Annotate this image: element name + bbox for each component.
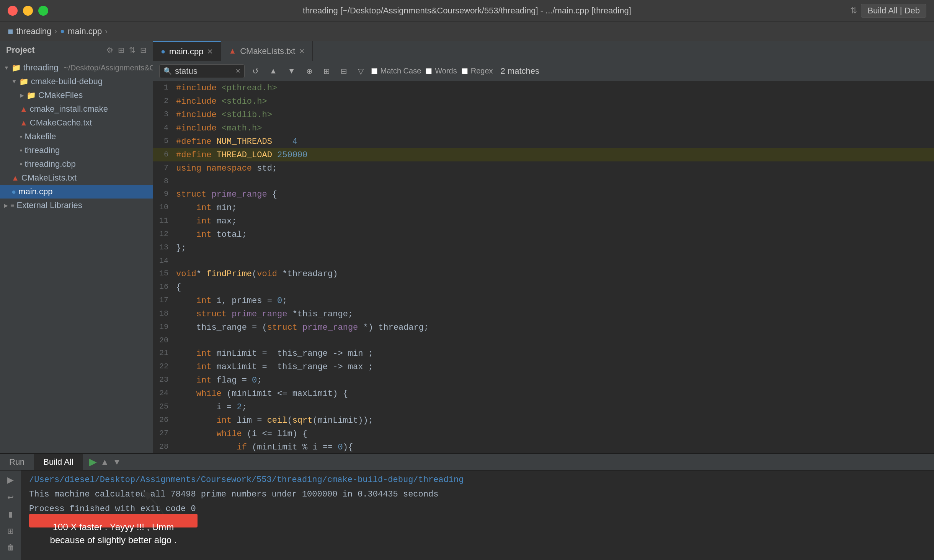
words-checkbox[interactable] (426, 68, 432, 74)
cpp-icon: ● (11, 187, 16, 196)
bottom-line1: This machine calculated all 78498 prime … (29, 488, 928, 501)
tab-close-main-cpp[interactable]: ✕ (207, 47, 213, 56)
bottom-content: ▶ ↩ ▮ ⊞ 🗑 /Users/diesel/Desktop/Assignme… (0, 470, 934, 560)
sidebar-header: Project ⚙ ⊞ ⇅ ⊟ (0, 41, 153, 59)
code-line-24: 24 while (minLimit <= maxLimit) { (153, 387, 934, 400)
editor-area: ● main.cpp ✕ ▲ CMakeLists.txt ✕ 🔍 ✕ ↺ (153, 41, 934, 453)
code-line-7: 7 using namespace std; (153, 161, 934, 175)
filter-btn[interactable]: ⊞ (320, 65, 333, 77)
cmake-tab-icon: ▲ (229, 47, 236, 55)
search-options-btn[interactable]: ⊕ (303, 65, 316, 77)
regex-option[interactable]: Regex (462, 67, 493, 75)
sidebar: Project ⚙ ⊞ ⇅ ⊟ ▼ 📁 threading ~/Desktop/… (0, 41, 153, 453)
run-tab[interactable]: Run (0, 454, 34, 470)
code-line-22: 22 int maxLimit = this_range -> max ; (153, 360, 934, 373)
tree-label: cmake-build-debug (31, 77, 103, 86)
tree-label: CMakeFiles (38, 90, 83, 100)
prev-match-btn[interactable]: ▲ (266, 65, 280, 77)
code-editor[interactable]: 1 #include <pthread.h> 2 #include <stdio… (153, 81, 934, 453)
tree-item-threading-root[interactable]: ▼ 📁 threading ~/Desktop/Assignments&Cour… (0, 61, 153, 75)
breadcrumb-file[interactable]: main.cpp (68, 26, 102, 36)
maximize-button[interactable] (38, 6, 48, 16)
scroll-down-icon[interactable]: ▼ (113, 457, 121, 467)
build-all-button[interactable]: Build All | Deb (861, 4, 926, 18)
annotation-box: 100 X faster . Yayyy !!! , Umm because o… (29, 514, 198, 527)
tab-cmakelists[interactable]: ▲ CMakeLists.txt ✕ (221, 41, 313, 61)
tree-label: threading.cbp (24, 159, 75, 169)
cpp-breadcrumb-icon: ● (60, 27, 65, 36)
breadcrumb-bar: ■ threading › ● main.cpp › (0, 21, 934, 41)
filter-icon[interactable]: ⊞ (118, 46, 124, 55)
expand-icon: ▶ (4, 202, 8, 208)
tab-label: CMakeLists.txt (240, 46, 295, 56)
file-icon: ▪ (20, 147, 22, 155)
search-input[interactable] (175, 66, 232, 76)
words-label: Words (435, 67, 457, 75)
code-line-6: 6 #define THREAD_LOAD 250000 (153, 148, 934, 161)
tree-item-cmakefiles[interactable]: ▶ 📁 CMakeFiles (0, 88, 153, 102)
tree-label: threading (23, 63, 59, 73)
tree-path: ~/Desktop/Assignments&Coursework/5 (64, 63, 153, 72)
tab-close-cmakelists[interactable]: ✕ (299, 47, 305, 55)
sidebar-tree: ▼ 📁 threading ~/Desktop/Assignments&Cour… (0, 59, 153, 453)
regex-label: Regex (471, 67, 493, 75)
minimize-button[interactable] (23, 6, 33, 16)
run-icon[interactable]: ▶ (7, 475, 14, 485)
tree-label: CMakeLists.txt (21, 173, 77, 183)
more-btn[interactable]: ⊟ (338, 65, 350, 77)
tree-label: main.cpp (18, 187, 52, 197)
trash-icon[interactable]: 🗑 (7, 543, 15, 552)
bars-icon: ≡ (10, 202, 15, 210)
tree-item-maincpp[interactable]: ● main.cpp (0, 185, 153, 199)
words-option[interactable]: Words (426, 67, 457, 75)
close-button[interactable] (8, 6, 18, 16)
breadcrumb-project[interactable]: threading (16, 26, 52, 36)
tree-item-threading-cbp[interactable]: ▪ threading.cbp (0, 157, 153, 171)
code-line-21: 21 int minLimit = this_range -> min ; (153, 347, 934, 360)
next-match-btn[interactable]: ▼ (285, 65, 299, 77)
window-title: threading [~/Desktop/Assignments&Coursew… (303, 6, 631, 16)
scroll-up-icon[interactable]: ▲ (101, 457, 109, 467)
tag-icon[interactable]: ⊞ (7, 526, 14, 536)
build-all-tab[interactable]: Build All (34, 454, 83, 470)
tree-item-cmake-install[interactable]: ▲ cmake_install.cmake (0, 102, 153, 116)
tree-item-makefile[interactable]: ▪ Makefile (0, 130, 153, 143)
tree-item-cmakelists[interactable]: ▲ CMakeLists.txt (0, 171, 153, 185)
search-clear-icon[interactable]: ✕ (235, 67, 240, 75)
title-bar-right: ⇅ Build All | Deb (850, 4, 926, 18)
code-line-2: 2 #include <stdio.h> (153, 94, 934, 108)
content-area: Project ⚙ ⊞ ⇅ ⊟ ▼ 📁 threading ~/Desktop/… (0, 41, 934, 453)
bottom-panel: Run Build All ▶ ▲ ▼ ▶ ↩ ▮ ⊞ 🗑 /Users/die… (0, 453, 934, 560)
code-line-10: 10 int min; (153, 201, 934, 214)
funnel-btn[interactable]: ▽ (355, 65, 367, 77)
settings-icon[interactable]: ⚙ (106, 46, 113, 55)
tree-item-threading-bin[interactable]: ▪ threading (0, 143, 153, 157)
match-case-label: Match Case (380, 67, 421, 75)
cmake-icon: ▲ (11, 174, 19, 182)
match-case-option[interactable]: Match Case (371, 67, 421, 75)
code-line-11: 11 int max; (153, 214, 934, 228)
code-line-20: 20 (153, 334, 934, 347)
play-icon[interactable]: ▶ (89, 456, 97, 468)
tree-item-external-libs[interactable]: ▶ ≡ External Libraries (0, 199, 153, 212)
regex-checkbox[interactable] (462, 68, 468, 74)
undo-search-btn[interactable]: ↺ (249, 65, 262, 77)
tree-item-cmake-build-debug[interactable]: ▼ 📁 cmake-build-debug (0, 75, 153, 88)
tab-main-cpp[interactable]: ● main.cpp ✕ (153, 41, 221, 61)
sidebar-title: Project (6, 45, 35, 55)
code-line-23: 23 int flag = 0; (153, 373, 934, 387)
tree-label: threading (24, 145, 60, 155)
code-line-12: 12 int total; (153, 228, 934, 241)
expand-icon: ▼ (4, 65, 9, 71)
wrap-icon[interactable]: ↩ (7, 493, 14, 502)
caret-icon[interactable]: ▮ (8, 510, 13, 519)
tree-item-cmakecache[interactable]: ▲ CMakeCache.txt (0, 116, 153, 130)
sort-sidebar-icon[interactable]: ⇅ (129, 46, 136, 55)
code-line-26: 26 int lim = ceil(sqrt(minLimit)); (153, 413, 934, 427)
traffic-lights (8, 6, 48, 16)
code-line-19: 19 this_range = (struct prime_range *) t… (153, 321, 934, 334)
collapse-icon: ▶ (20, 92, 24, 98)
folder-icon: 📁 (11, 63, 21, 72)
collapse-icon[interactable]: ⊟ (140, 46, 147, 55)
match-case-checkbox[interactable] (371, 68, 377, 74)
